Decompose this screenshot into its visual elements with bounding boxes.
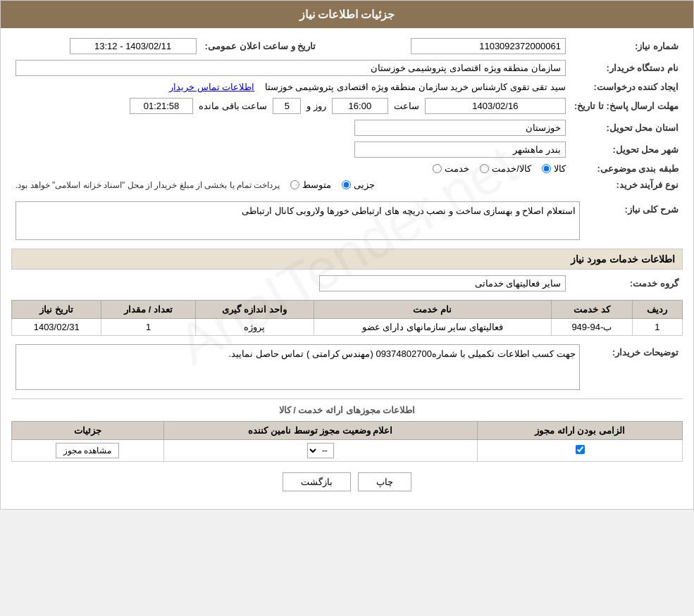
category-radio-goods-service[interactable]: کالا/خدمت xyxy=(480,163,531,174)
purchase-type-value: پرداخت تمام یا بخشی از مبلغ خریدار از مح… xyxy=(11,177,570,193)
permit-table-header: الزامی بودن ارائه مجوز اعلام وضعیت مجوز … xyxy=(12,422,683,440)
province-input: خوزستان xyxy=(354,120,566,136)
service-group-row: گروه خدمت: سایر فعالیتهای خدماتی xyxy=(11,272,683,294)
purchase-medium-label: متوسط xyxy=(302,180,331,190)
need-description-table: شرح کلی نیاز: استعلام اصلاح و بهسازی ساخ… xyxy=(11,199,683,243)
province-value: خوزستان xyxy=(11,117,570,139)
separator xyxy=(11,398,683,399)
purchase-medium-item[interactable]: متوسط xyxy=(290,180,331,190)
col-quantity: تعداد / مقدار xyxy=(101,301,195,319)
service-group-value: سایر فعالیتهای خدماتی xyxy=(11,272,570,294)
services-grid-header-row: ردیف کد خدمت نام خدمت واحد اندازه گیری ت… xyxy=(12,301,683,319)
services-grid-header: ردیف کد خدمت نام خدمت واحد اندازه گیری ت… xyxy=(12,301,683,319)
permit-details-cell: مشاهده مجوز xyxy=(12,440,164,462)
service-code: ب-94-949 xyxy=(552,319,633,336)
footer-buttons: چاپ بازگشت xyxy=(11,462,683,502)
buyer-org-label: نام دستگاه خریدار: xyxy=(570,57,683,79)
row-num: 1 xyxy=(632,319,682,336)
remaining-time-input: 01:21:58 xyxy=(130,98,193,114)
back-button[interactable]: بازگشت xyxy=(283,472,351,491)
purchase-note: پرداخت تمام یا بخشی از مبلغ خریدار از مح… xyxy=(16,180,280,190)
buyer-org-value: سازمان منطقه ویژه اقتصادی پتروشیمی خوزست… xyxy=(11,57,570,79)
content-area: شماره نیاز: 1103092372000061 تاریخ و ساع… xyxy=(1,28,693,509)
service-group-label: گروه خدمت: xyxy=(570,272,683,294)
purchase-type-label: نوع فرآیند خرید: xyxy=(570,177,683,193)
service-quantity: 1 xyxy=(101,319,195,336)
service-name: فعالیتهای سایر سازمانهای دارای عضو xyxy=(314,319,551,336)
service-group-input: سایر فعالیتهای خدماتی xyxy=(319,275,566,291)
table-row: 1 ب-94-949 فعالیتهای سایر سازمانهای دارا… xyxy=(12,319,683,336)
main-info-table: شماره نیاز: 1103092372000061 تاریخ و ساع… xyxy=(11,35,683,193)
response-days-input: 5 xyxy=(273,98,301,114)
print-button[interactable]: چاپ xyxy=(358,472,411,491)
buyer-notes-label: توضیحات خریدار: xyxy=(584,341,683,393)
announce-datetime-value: 1403/02/11 - 13:12 xyxy=(11,35,201,57)
need-description-textarea: استعلام اصلاح و بهسازی ساخت و نصب دریچه … xyxy=(16,201,580,240)
view-permit-button[interactable]: مشاهده مجوز xyxy=(56,443,119,458)
permit-required-checkbox[interactable] xyxy=(576,445,585,454)
requester-row: ایجاد کننده درخواست: سید تقی تقوی کارشنا… xyxy=(11,79,683,95)
need-number-value: 1103092372000061 xyxy=(341,35,570,57)
response-deadline-value: 01:21:58 ساعت باقی مانده 5 روز و 16:00 س… xyxy=(11,95,570,117)
announce-datetime-input: 1403/02/11 - 13:12 xyxy=(70,38,197,54)
category-value: خدمت کالا/خدمت کالا xyxy=(11,161,570,177)
permit-header-row: الزامی بودن ارائه مجوز اعلام وضعیت مجوز … xyxy=(12,422,683,440)
col-row-num: ردیف xyxy=(632,301,682,319)
permit-status-select[interactable]: -- xyxy=(307,443,334,458)
need-number-label: شماره نیاز: xyxy=(570,35,683,57)
permit-col-required: الزامی بودن ارائه مجوز xyxy=(478,422,683,440)
buyer-notes-value: جهت کسب اطلاعات تکمیلی با شماره093748027… xyxy=(11,341,584,393)
category-radio-goods[interactable]: کالا xyxy=(542,163,566,174)
response-deadline-row: مهلت ارسال پاسخ: تا تاریخ: 01:21:58 ساعت… xyxy=(11,95,683,117)
response-time-label: ساعت xyxy=(394,101,419,111)
province-row: استان محل تحویل: خوزستان xyxy=(11,117,683,139)
response-days-label: روز و xyxy=(306,101,326,111)
requester-value: سید تقی تقوی کارشناس خرید سازمان منطقه و… xyxy=(11,79,570,95)
announce-datetime-label: تاریخ و ساعت اعلان عمومی: xyxy=(201,35,321,57)
services-grid-body: 1 ب-94-949 فعالیتهای سایر سازمانهای دارا… xyxy=(12,319,683,336)
purchase-medium-radio[interactable] xyxy=(290,180,299,189)
page-title: جزئیات اطلاعات نیاز xyxy=(299,8,395,20)
need-description-value: استعلام اصلاح و بهسازی ساخت و نصب دریچه … xyxy=(11,199,584,243)
buyer-notes-table: توضیحات خریدار: جهت کسب اطلاعات تکمیلی ب… xyxy=(11,341,683,393)
purchase-partial-item[interactable]: جزیی xyxy=(342,180,375,190)
need-description-row: شرح کلی نیاز: استعلام اصلاح و بهسازی ساخ… xyxy=(11,199,683,243)
service-date: 1403/02/31 xyxy=(12,319,101,336)
page-container: AnaITender.net جزئیات اطلاعات نیاز شماره… xyxy=(0,0,694,510)
category-radio-group: خدمت کالا/خدمت کالا xyxy=(433,163,566,174)
permit-col-status: اعلام وضعیت مجوز توسط نامین کننده xyxy=(163,422,478,440)
province-label: استان محل تحویل: xyxy=(570,117,683,139)
category-service-label: خدمت xyxy=(445,163,469,174)
category-goods-radio[interactable] xyxy=(542,164,551,173)
permit-status-cell: -- xyxy=(163,440,478,462)
permit-required-cell xyxy=(478,440,683,462)
service-unit: پروژه xyxy=(195,319,314,336)
category-service-radio[interactable] xyxy=(433,164,442,173)
category-goods-service-label: کالا/خدمت xyxy=(492,163,531,174)
purchase-process-group: پرداخت تمام یا بخشی از مبلغ خریدار از مح… xyxy=(16,180,566,190)
need-number-input: 1103092372000061 xyxy=(411,38,566,54)
table-row: -- مشاهده مجوز xyxy=(12,440,683,462)
page-header: جزئیات اطلاعات نیاز xyxy=(1,1,693,28)
category-row: طبقه بندی موضوعی: خدمت کالا/خدمت کالا xyxy=(11,161,683,177)
city-input: بندر ماهشهر xyxy=(354,142,566,158)
need-description-label: شرح کلی نیاز: xyxy=(584,199,683,243)
col-unit: واحد اندازه گیری xyxy=(195,301,314,319)
purchase-partial-radio[interactable] xyxy=(342,180,351,189)
col-service-name: نام خدمت xyxy=(314,301,551,319)
category-radio-service[interactable]: خدمت xyxy=(433,163,469,174)
buyer-notes-row: توضیحات خریدار: جهت کسب اطلاعات تکمیلی ب… xyxy=(11,341,683,393)
permit-section-title: اطلاعات مجوزهای ارائه خدمت / کالا xyxy=(11,405,683,415)
buyer-org-input: سازمان منطقه ویژه اقتصادی پتروشیمی خوزست… xyxy=(16,60,566,76)
need-number-row: شماره نیاز: 1103092372000061 تاریخ و ساع… xyxy=(11,35,683,57)
response-deadline-label: مهلت ارسال پاسخ: تا تاریخ: xyxy=(570,95,683,117)
col-date: تاریخ نیاز xyxy=(12,301,101,319)
requester-label: ایجاد کننده درخواست: xyxy=(570,79,683,95)
requester-contact-link[interactable]: اطلاعات تماس خریدار xyxy=(169,82,254,92)
services-section-header: اطلاعات خدمات مورد نیاز xyxy=(11,249,683,270)
category-goods-service-radio[interactable] xyxy=(480,164,489,173)
response-time-input: 16:00 xyxy=(332,98,388,114)
response-date-input: 1403/02/16 xyxy=(425,98,566,114)
city-value: بندر ماهشهر xyxy=(11,139,570,161)
service-group-table: گروه خدمت: سایر فعالیتهای خدماتی xyxy=(11,272,683,294)
